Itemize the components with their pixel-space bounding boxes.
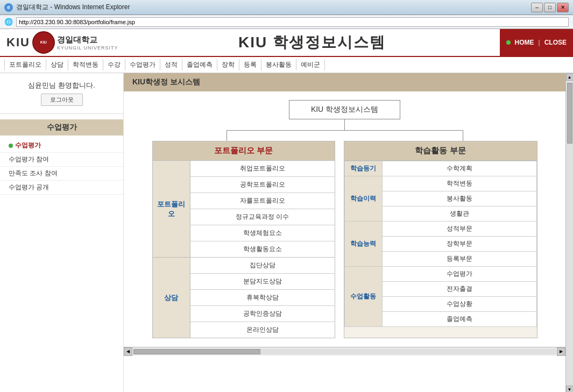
browser-title-text: 경일대학교 - Windows Internet Explorer	[16, 3, 130, 12]
header-title-area: KIU 학생정보시스템	[125, 29, 500, 56]
list-item[interactable]: 성적부문	[382, 222, 536, 237]
sidebar-item-eval-public[interactable]: 수업평가 공개	[0, 181, 123, 195]
sidebar-item-course-eval-participate[interactable]: 수업평가 참여	[0, 153, 123, 167]
scroll-left-arrow[interactable]: ◀	[124, 347, 132, 356]
left-section-header: 포트폴리오 부문	[153, 141, 335, 161]
vertical-scroll-track[interactable]	[566, 81, 573, 386]
learning-record-category: 학습등기	[344, 161, 382, 176]
browser-controls: – □ ✕	[531, 3, 569, 12]
list-item[interactable]: 졸업예측	[382, 312, 536, 327]
root-box: KIU 학생정보시스템	[289, 100, 400, 119]
list-item[interactable]: 공학인증상담	[190, 306, 335, 322]
list-item[interactable]: 등록부문	[382, 252, 536, 267]
nav-item-course[interactable]: 수강	[103, 59, 125, 70]
minimize-button[interactable]: –	[531, 3, 543, 12]
browser-icon: e	[4, 3, 13, 12]
nav-item-reserve[interactable]: 예비군	[296, 59, 325, 70]
vertical-scrollbar: ▲ ▼	[565, 73, 573, 392]
list-item[interactable]: 장학부문	[382, 237, 536, 252]
nav-item-registration[interactable]: 등록	[239, 59, 261, 70]
right-section-box: 학습활동 부문 학습등기 수학계획	[344, 141, 537, 338]
address-icon: 🌐	[4, 18, 13, 26]
table-row: 학습능력 성적부문	[344, 222, 536, 237]
sidebar-item-label: 수업평가 공개	[9, 183, 49, 192]
list-item[interactable]: 휴복학상담	[190, 290, 335, 306]
sidebar: 심윤민님 환영합니다. 로그아웃 수업평가 수업평가 수업평가 참여 만족도 조…	[0, 73, 124, 392]
page-wrapper: KIU KIU 경일대학교 KYUNGIL UNIVERSITY KIU 학생정…	[0, 29, 573, 392]
sidebar-menu: 수업평가 수업평가 참여 만족도 조사 참여 수업평가 공개	[0, 136, 123, 198]
counseling-category: 상담	[153, 258, 190, 338]
nav-item-scholarship[interactable]: 장학	[217, 59, 239, 70]
table-row: 수업활동 수업평가	[344, 267, 536, 282]
university-en-name: KYUNGIL UNIVERSITY	[57, 45, 118, 51]
logo-area: KIU KIU 경일대학교 KYUNGIL UNIVERSITY	[0, 29, 125, 56]
list-item[interactable]: 수업상황	[382, 297, 536, 312]
two-col-sections: 포트폴리오 부문 포트폴리오 취업포트폴리오 공학포트폴리오 자률포트폴리오 정…	[132, 141, 557, 338]
table-row: 학습이력 학적변동	[344, 176, 536, 191]
university-kr-name: 경일대학교	[57, 35, 118, 45]
scroll-up-arrow[interactable]: ▲	[566, 73, 574, 81]
list-item[interactable]: 공학포트폴리오	[190, 177, 335, 193]
sidebar-item-course-eval[interactable]: 수업평가	[0, 139, 123, 153]
nav-item-volunteer[interactable]: 봉사활동	[261, 59, 296, 70]
home-button[interactable]: HOME	[515, 39, 534, 46]
address-bar: 🌐	[0, 15, 573, 29]
content-area: KIU학생정 보시스템 KIU 학생정보시스템	[124, 73, 565, 392]
breadcrumb-text: KIU학생정 보시스템	[132, 77, 200, 86]
nav-item-graduation[interactable]: 졸업예측	[182, 59, 217, 70]
list-item[interactable]: 온라인상담	[190, 322, 335, 338]
browser-close-button[interactable]: ✕	[557, 3, 569, 12]
scroll-track[interactable]	[133, 349, 556, 354]
sidebar-section-title: 수업평가	[0, 119, 123, 136]
right-table: 학습등기 수학계획 학습이력 학적변동 봉사활동	[344, 161, 537, 327]
sidebar-item-label: 수업평가 참여	[9, 155, 49, 164]
logout-button[interactable]: 로그아웃	[41, 94, 83, 106]
nav-item-portfolio[interactable]: 포트폴리오	[4, 59, 46, 70]
list-item[interactable]: 분담지도상담	[190, 274, 335, 290]
sidebar-item-label: 만족도 조사 참여	[9, 169, 58, 178]
nav-item-counseling[interactable]: 상담	[46, 59, 68, 70]
right-section-header: 학습활동 부문	[344, 141, 537, 161]
list-item[interactable]: 정규교육과정 이수	[190, 209, 335, 225]
list-item[interactable]: 학생체험요소	[190, 225, 335, 241]
list-item[interactable]: 생활관	[382, 206, 536, 222]
active-bullet-icon	[9, 144, 13, 148]
list-item[interactable]: 학생활동요소	[190, 241, 335, 257]
left-section-box: 포트폴리오 부문 포트폴리오 취업포트폴리오 공학포트폴리오 자률포트폴리오 정…	[152, 141, 335, 338]
learning-ability-category: 학습능력	[344, 222, 382, 267]
list-item[interactable]: 취업포트폴리오	[190, 161, 335, 177]
portfolio-items: 취업포트폴리오 공학포트폴리오 자률포트폴리오 정규교육과정 이수 학생체험요소…	[190, 161, 335, 257]
close-button[interactable]: CLOSE	[544, 39, 567, 46]
restore-button[interactable]: □	[544, 3, 556, 12]
table-row: 학습등기 수학계획	[344, 161, 536, 176]
scroll-thumb	[133, 349, 260, 354]
nav-item-academic-change[interactable]: 학적변동	[68, 59, 103, 70]
browser-title-bar: e 경일대학교 - Windows Internet Explorer – □ …	[0, 0, 573, 15]
vertical-scroll-thumb	[567, 83, 572, 144]
top-header: KIU KIU 경일대학교 KYUNGIL UNIVERSITY KIU 학생정…	[0, 29, 573, 57]
list-item[interactable]: 자률포트폴리오	[190, 193, 335, 209]
scroll-right-arrow[interactable]: ▶	[557, 347, 565, 356]
kiu-logo-text: KIU	[6, 35, 30, 49]
learning-history-category: 학습이력	[344, 176, 382, 222]
content-with-scrollbar: KIU학생정 보시스템 KIU 학생정보시스템	[124, 73, 573, 392]
list-item[interactable]: 전자출결	[382, 282, 536, 297]
list-item[interactable]: 수업평가	[382, 267, 536, 282]
scroll-down-arrow[interactable]: ▼	[566, 386, 574, 392]
nav-item-grades[interactable]: 성적	[160, 59, 182, 70]
list-item[interactable]: 학적변동	[382, 176, 536, 191]
counseling-items: 집단상담 분담지도상담 휴복학상담 공학인증상담 온라인상담	[190, 258, 335, 338]
list-item[interactable]: 수학계획	[382, 161, 536, 176]
counseling-row: 상담 집단상담 분담지도상담 휴복학상담 공학인증상담 온라인상담	[153, 258, 335, 338]
nav-item-course-eval[interactable]: 수업평가	[125, 59, 160, 70]
root-connector-v	[344, 119, 345, 130]
list-item[interactable]: 봉사활동	[382, 191, 536, 206]
nav-bar: 포트폴리오 상담 학적변동 수강 수업평가 성적 졸업예측 장학 등록 봉사활동…	[0, 57, 573, 73]
sidebar-item-satisfaction-survey[interactable]: 만족도 조사 참여	[0, 167, 123, 181]
sidebar-item-label: 수업평가	[15, 141, 41, 150]
address-input[interactable]	[16, 17, 569, 27]
list-item[interactable]: 집단상담	[190, 258, 335, 274]
header-buttons: HOME | CLOSE	[500, 29, 573, 56]
branch-connector	[227, 130, 463, 141]
portfolio-category: 포트폴리오	[153, 161, 190, 257]
